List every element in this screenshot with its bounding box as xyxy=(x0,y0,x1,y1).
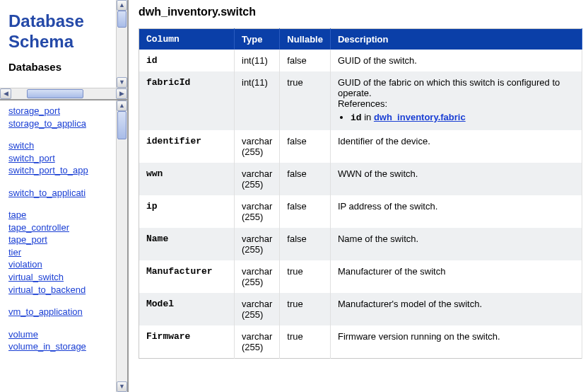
scroll-thumb[interactable] xyxy=(117,111,127,139)
cell-column: Manufacturer xyxy=(139,260,235,293)
cell-nullable: true xyxy=(280,325,331,359)
table-row: idint(11)falseGUID of the switch. xyxy=(139,50,582,71)
scroll-up-icon[interactable]: ▲ xyxy=(117,0,127,11)
cell-type: varchar (255) xyxy=(235,325,280,359)
cell-type: varchar (255) xyxy=(235,293,280,325)
header-nullable: Nullable xyxy=(280,29,331,50)
scroll-track[interactable] xyxy=(11,88,116,99)
cell-description: IP address of the switch. xyxy=(330,195,582,228)
table-link-list: storage_portstorage_to_applicaswitchswit… xyxy=(0,100,116,392)
cell-column: Name xyxy=(139,228,235,260)
sidebar-bottom-pane: storage_portstorage_to_applicaswitchswit… xyxy=(0,100,127,392)
cell-type: varchar (255) xyxy=(235,195,280,228)
cell-type: varchar (255) xyxy=(235,260,280,293)
bottom-pane-vertical-scrollbar[interactable]: ▲ ▼ xyxy=(116,100,127,392)
top-pane-vertical-scrollbar[interactable]: ▲ ▼ xyxy=(116,0,127,88)
cell-type: int(11) xyxy=(235,50,280,71)
cell-description: GUID of the switch. xyxy=(330,50,582,71)
cell-nullable: false xyxy=(280,50,331,71)
cell-column: Firmware xyxy=(139,325,235,359)
sidebar-link-switch[interactable]: switch xyxy=(8,139,113,152)
scroll-up-icon[interactable]: ▲ xyxy=(117,100,127,111)
header-type: Type xyxy=(235,29,280,50)
sidebar-link-tape-controller[interactable]: tape_controller xyxy=(8,221,113,234)
scroll-thumb[interactable] xyxy=(27,89,83,98)
cell-column: wwn xyxy=(139,163,235,195)
main-content: dwh_inventory.switch Column Type Nullabl… xyxy=(129,0,588,392)
cell-type: varchar (255) xyxy=(235,163,280,195)
cell-type: varchar (255) xyxy=(235,130,280,163)
cell-nullable: true xyxy=(280,260,331,293)
cell-nullable: true xyxy=(280,71,331,130)
cell-description: GUID of the fabric on which this switch … xyxy=(330,71,582,130)
header-column: Column xyxy=(139,29,235,50)
cell-description: Manufacturer's model of the switch. xyxy=(330,293,582,325)
schema-title: Database Schema xyxy=(8,11,109,52)
header-description: Description xyxy=(330,29,582,50)
table-row: identifiervarchar (255)falseIdentifier o… xyxy=(139,130,582,163)
sidebar-link-tier[interactable]: tier xyxy=(8,246,113,259)
table-row: Namevarchar (255)falseName of the switch… xyxy=(139,228,582,260)
scroll-left-icon[interactable]: ◀ xyxy=(0,88,11,99)
sidebar-top-pane: Database Schema Databases ▲ ▼ ◀ ▶ xyxy=(0,0,127,100)
scroll-down-icon[interactable]: ▼ xyxy=(117,77,127,88)
sidebar-link-switch-to-applicati[interactable]: switch_to_applicati xyxy=(8,187,113,200)
sidebar-link-volume[interactable]: volume xyxy=(8,328,113,341)
table-row: fabricIdint(11)trueGUID of the fabric on… xyxy=(139,71,582,130)
table-row: wwnvarchar (255)falseWWN of the switch. xyxy=(139,163,582,195)
cell-description: WWN of the switch. xyxy=(330,163,582,195)
table-row: Firmwarevarchar (255)trueFirmware versio… xyxy=(139,325,582,359)
databases-heading: Databases xyxy=(8,61,109,73)
cell-nullable: false xyxy=(280,163,331,195)
reference-column: id xyxy=(351,113,362,123)
sidebar-link-switch-port[interactable]: switch_port xyxy=(8,152,113,165)
sidebar-link-storage-port[interactable]: storage_port xyxy=(8,105,113,117)
reference-link[interactable]: dwh_inventory.fabric xyxy=(374,112,466,122)
cell-column: id xyxy=(139,50,235,71)
cell-column: identifier xyxy=(139,130,235,163)
table-row: Modelvarchar (255)trueManufacturer's mod… xyxy=(139,293,582,325)
scroll-track[interactable] xyxy=(117,111,127,381)
table-row: Manufacturervarchar (255)trueManufacture… xyxy=(139,260,582,293)
cell-column: fabricId xyxy=(139,71,235,130)
cell-column: Model xyxy=(139,293,235,325)
cell-nullable: true xyxy=(280,293,331,325)
sidebar-link-vm-to-application[interactable]: vm_to_application xyxy=(8,306,113,318)
sidebar-link-virtual-switch[interactable]: virtual_switch xyxy=(8,271,113,284)
scroll-thumb[interactable] xyxy=(117,11,127,28)
cell-nullable: false xyxy=(280,228,331,260)
cell-description: Name of the switch. xyxy=(330,228,582,260)
cell-column: ip xyxy=(139,195,235,228)
cell-description: Identifier of the device. xyxy=(330,130,582,163)
cell-nullable: false xyxy=(280,130,331,163)
cell-type: int(11) xyxy=(235,71,280,130)
sidebar-link-tape-port[interactable]: tape_port xyxy=(8,234,113,246)
sidebar-link-volume-in-storage[interactable]: volume_in_storage xyxy=(8,340,113,353)
sidebar-link-virtual-to-backend[interactable]: virtual_to_backend xyxy=(8,284,113,296)
table-header-row: Column Type Nullable Description xyxy=(139,29,582,50)
scroll-right-icon[interactable]: ▶ xyxy=(116,88,127,99)
scroll-down-icon[interactable]: ▼ xyxy=(117,381,127,392)
scroll-track[interactable] xyxy=(117,11,127,77)
top-pane-horizontal-scrollbar[interactable]: ◀ ▶ xyxy=(0,88,127,99)
sidebar-link-tape[interactable]: tape xyxy=(8,209,113,221)
sidebar-link-storage-to-applica[interactable]: storage_to_applica xyxy=(8,117,113,130)
cell-description: Firmware version running on the switch. xyxy=(330,325,582,359)
schema-table: Column Type Nullable Description idint(1… xyxy=(139,28,582,359)
cell-description: Manufacturer of the switch xyxy=(330,260,582,293)
table-row: ipvarchar (255)falseIP address of the sw… xyxy=(139,195,582,228)
sidebar-link-switch-port-to-app[interactable]: switch_port_to_app xyxy=(8,164,113,177)
cell-type: varchar (255) xyxy=(235,228,280,260)
page-title: dwh_inventory.switch xyxy=(139,6,582,18)
sidebar-link-violation[interactable]: violation xyxy=(8,258,113,271)
sidebar: Database Schema Databases ▲ ▼ ◀ ▶ storag… xyxy=(0,0,129,392)
cell-nullable: false xyxy=(280,195,331,228)
